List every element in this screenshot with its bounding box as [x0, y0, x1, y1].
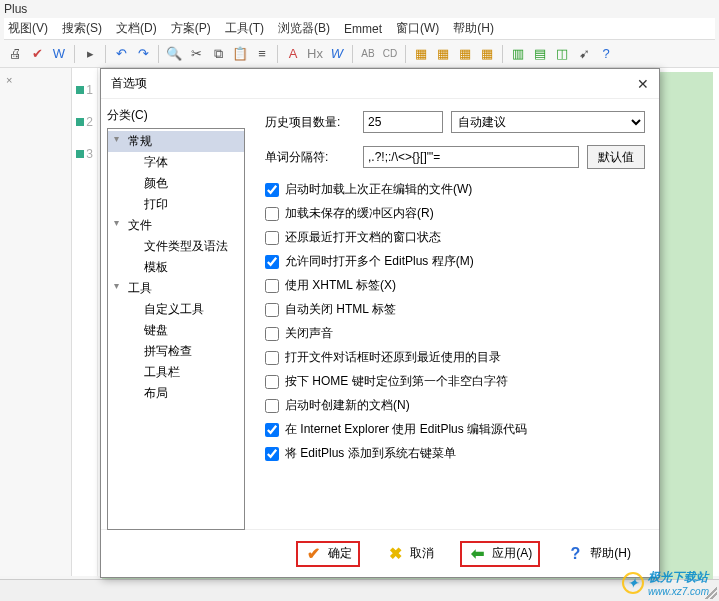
chk-label: 将 EditPlus 添加到系统右键菜单 — [285, 445, 456, 462]
delimiter-input[interactable] — [363, 146, 579, 168]
chk-label: 启动时加载上次正在编辑的文件(W) — [285, 181, 472, 198]
close-panel-icon[interactable]: × — [4, 72, 67, 88]
chk-label: 加载未保存的缓冲区内容(R) — [285, 205, 434, 222]
help-button[interactable]: ? 帮助(H) — [558, 541, 639, 567]
menu-view[interactable]: 视图(V) — [8, 20, 48, 37]
cut-icon[interactable]: ✂ — [187, 45, 205, 63]
x-icon: ✖ — [386, 545, 404, 563]
chk-multi-instance[interactable] — [265, 255, 279, 269]
chk-ie-edit[interactable] — [265, 423, 279, 437]
category-tree[interactable]: 常规 字体 颜色 打印 文件 文件类型及语法 模板 工具 自定义工具 键盘 拼写… — [107, 128, 245, 530]
paste-icon[interactable]: 📋 — [231, 45, 249, 63]
category-panel: 分类(C) 常规 字体 颜色 打印 文件 文件类型及语法 模板 工具 自定义工具… — [101, 99, 251, 529]
help-icon[interactable]: ? — [597, 45, 615, 63]
chk-home-key[interactable] — [265, 375, 279, 389]
separator — [352, 45, 353, 63]
cd-icon[interactable]: CD — [381, 45, 399, 63]
chk-autoclose-html[interactable] — [265, 303, 279, 317]
history-count-label: 历史项目数量: — [265, 114, 355, 131]
tree-item-print[interactable]: 打印 — [108, 194, 244, 215]
font-a-icon[interactable]: A — [284, 45, 302, 63]
chk-new-doc[interactable] — [265, 399, 279, 413]
chk-label: 使用 XHTML 标签(X) — [285, 277, 396, 294]
panel1-icon[interactable]: ▦ — [412, 45, 430, 63]
tree-item-toolbar[interactable]: 工具栏 — [108, 362, 244, 383]
suggestion-select[interactable]: 自动建议 — [451, 111, 645, 133]
cursor-icon[interactable]: ➹ — [575, 45, 593, 63]
indent-icon[interactable]: ≡ — [253, 45, 271, 63]
doc1-icon[interactable]: ▥ — [509, 45, 527, 63]
menu-window[interactable]: 窗口(W) — [396, 20, 439, 37]
panel4-icon[interactable]: ▦ — [478, 45, 496, 63]
spellcheck-icon[interactable]: ✔ — [28, 45, 46, 63]
separator — [502, 45, 503, 63]
line-number: 2 — [72, 106, 93, 138]
tree-item-tools[interactable]: 工具 — [108, 278, 244, 299]
chk-context-menu[interactable] — [265, 447, 279, 461]
menu-project[interactable]: 方案(P) — [171, 20, 211, 37]
default-button[interactable]: 默认值 — [587, 145, 645, 169]
ok-button[interactable]: ✔ 确定 — [296, 541, 360, 567]
copy-icon[interactable]: ⧉ — [209, 45, 227, 63]
print-icon[interactable]: 🖨 — [6, 45, 24, 63]
cancel-label: 取消 — [410, 545, 434, 562]
tree-item-font[interactable]: 字体 — [108, 152, 244, 173]
menu-document[interactable]: 文档(D) — [116, 20, 157, 37]
cancel-button[interactable]: ✖ 取消 — [378, 541, 442, 567]
menu-help[interactable]: 帮助(H) — [453, 20, 494, 37]
category-label: 分类(C) — [107, 107, 245, 124]
tree-item-filetypes[interactable]: 文件类型及语法 — [108, 236, 244, 257]
toolbar: 🖨 ✔ W ▸ ↶ ↷ 🔍 ✂ ⧉ 📋 ≡ A Hx W AB CD ▦ ▦ ▦… — [0, 40, 719, 68]
tree-item-layout[interactable]: 布局 — [108, 383, 244, 404]
word-icon[interactable]: W — [50, 45, 68, 63]
tree-item-general[interactable]: 常规 — [108, 131, 244, 152]
separator — [74, 45, 75, 63]
chk-load-last[interactable] — [265, 183, 279, 197]
close-icon[interactable]: ✕ — [637, 76, 649, 92]
tree-item-template[interactable]: 模板 — [108, 257, 244, 278]
statusbar — [0, 579, 719, 601]
dialog-title-text: 首选项 — [111, 75, 147, 92]
tree-item-file[interactable]: 文件 — [108, 215, 244, 236]
menu-browser[interactable]: 浏览器(B) — [278, 20, 330, 37]
menu-emmet[interactable]: Emmet — [344, 22, 382, 36]
watermark-url: www.xz7.com — [648, 586, 709, 597]
separator — [158, 45, 159, 63]
tree-item-spellcheck[interactable]: 拼写检查 — [108, 341, 244, 362]
undo-icon[interactable]: ↶ — [112, 45, 130, 63]
settings-panel: 历史项目数量: 自动建议 单词分隔符: 默认值 启动时加载上次正在编辑的文件(W… — [251, 99, 659, 529]
tree-item-usertools[interactable]: 自定义工具 — [108, 299, 244, 320]
separator — [405, 45, 406, 63]
chk-restore-dir[interactable] — [265, 351, 279, 365]
tree-item-keyboard[interactable]: 键盘 — [108, 320, 244, 341]
apply-button[interactable]: ⬅ 应用(A) — [460, 541, 540, 567]
doc3-icon[interactable]: ◫ — [553, 45, 571, 63]
chk-mute[interactable] — [265, 327, 279, 341]
separator — [277, 45, 278, 63]
font-hx-icon[interactable]: Hx — [306, 45, 324, 63]
redo-icon[interactable]: ↷ — [134, 45, 152, 63]
ab-icon[interactable]: AB — [359, 45, 377, 63]
watermark-text: 极光下载站 — [648, 569, 709, 586]
char-w-icon[interactable]: W — [328, 45, 346, 63]
line-gutter: 1 2 3 — [72, 68, 98, 576]
panel2-icon[interactable]: ▦ — [434, 45, 452, 63]
line-number: 1 — [72, 74, 93, 106]
chk-label: 自动关闭 HTML 标签 — [285, 301, 396, 318]
menu-tools[interactable]: 工具(T) — [225, 20, 264, 37]
chk-label: 启动时创建新的文档(N) — [285, 397, 410, 414]
history-count-input[interactable] — [363, 111, 443, 133]
check-icon: ✔ — [304, 545, 322, 563]
chk-restore-window[interactable] — [265, 231, 279, 245]
chk-label: 允许同时打开多个 EditPlus 程序(M) — [285, 253, 474, 270]
doc2-icon[interactable]: ▤ — [531, 45, 549, 63]
search-icon[interactable]: 🔍 — [165, 45, 183, 63]
panel3-icon[interactable]: ▦ — [456, 45, 474, 63]
help-label: 帮助(H) — [590, 545, 631, 562]
chk-xhtml[interactable] — [265, 279, 279, 293]
arrow-icon[interactable]: ▸ — [81, 45, 99, 63]
chk-label: 还原最近打开文档的窗口状态 — [285, 229, 441, 246]
chk-load-buffer[interactable] — [265, 207, 279, 221]
menu-search[interactable]: 搜索(S) — [62, 20, 102, 37]
tree-item-color[interactable]: 颜色 — [108, 173, 244, 194]
